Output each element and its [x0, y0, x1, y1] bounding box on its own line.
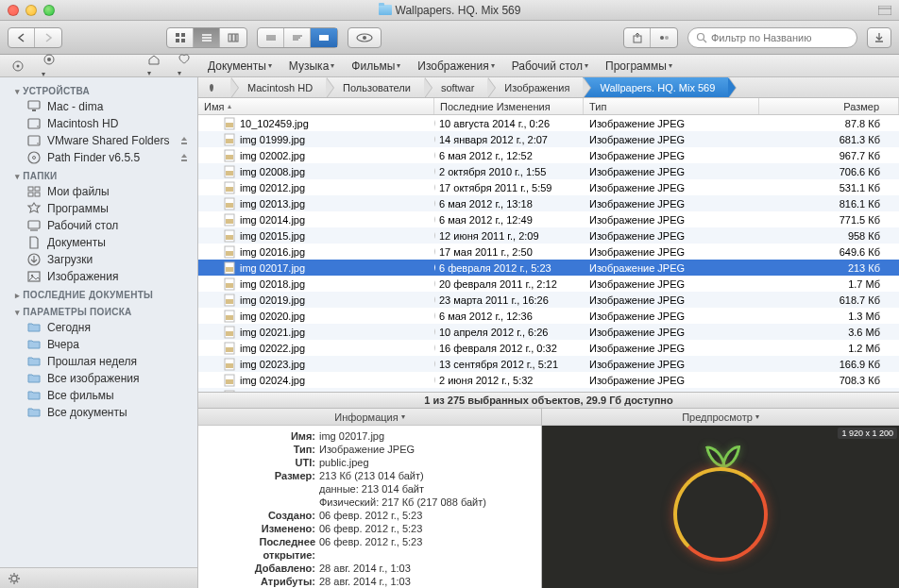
open-arrow-icon[interactable]: ➜	[434, 245, 435, 258]
file-row[interactable]: img 02021.jpg➜10 апреля 2012 г., 6:26Изо…	[198, 324, 899, 340]
info-pane-header[interactable]: Информация▾	[198, 409, 541, 426]
open-arrow-icon[interactable]: ➜	[434, 326, 435, 338]
share-button[interactable]	[624, 28, 651, 47]
toggle-toolbar-icon[interactable]	[878, 6, 891, 15]
tags-button[interactable]	[651, 28, 677, 47]
sidebar-item-Загрузки[interactable]: Загрузки	[0, 251, 197, 268]
open-arrow-icon[interactable]: ➜	[434, 229, 435, 242]
arrange-2-button[interactable]	[284, 28, 311, 47]
file-row[interactable]: img 02002.jpg➜6 мая 2012 г., 12:52Изобра…	[198, 147, 899, 163]
icon-view-button[interactable]	[167, 28, 194, 47]
menu-Рабочий стол[interactable]: Рабочий стол ▾	[512, 59, 588, 73]
open-arrow-icon[interactable]: ➜	[434, 197, 435, 210]
sidebar-item-Документы[interactable]: Документы	[0, 234, 197, 251]
sidebar-group-2[interactable]: ▸ ПОСЛЕДНИЕ ДОКУМЕНТЫ	[0, 285, 197, 302]
file-row[interactable]: img 01999.jpg➜14 января 2012 г., 2:07Изо…	[198, 131, 899, 147]
close-button[interactable]	[8, 5, 19, 16]
menu-Программы[interactable]: Программы ▾	[605, 59, 672, 73]
menu-Изображения[interactable]: Изображения ▾	[417, 59, 494, 73]
file-row[interactable]: img 02022.jpg➜16 февраля 2012 г., 0:32Из…	[198, 340, 899, 356]
open-arrow-icon[interactable]: ➜	[434, 117, 435, 129]
open-arrow-icon[interactable]: ➜	[434, 358, 435, 370]
view-options-icon[interactable]: ▾	[42, 53, 57, 79]
sidebar-group-3[interactable]: ▾ ПАРАМЕТРЫ ПОИСКА	[0, 302, 197, 319]
eject-icon[interactable]	[178, 152, 190, 163]
sidebar-item-Рабочий стол[interactable]: Рабочий стол	[0, 217, 197, 234]
open-arrow-icon[interactable]: ➜	[434, 213, 435, 226]
open-arrow-icon[interactable]: ➜	[434, 261, 435, 274]
file-row[interactable]: img 02024.jpg➜2 июня 2012 г., 5:32Изобра…	[198, 372, 899, 388]
home-icon[interactable]: ▾	[147, 54, 161, 78]
zoom-button[interactable]	[43, 5, 55, 16]
path-icon[interactable]	[11, 59, 25, 73]
sidebar-group-0[interactable]: ▾ УСТРОЙСТВА	[0, 81, 197, 98]
svg-rect-9	[229, 34, 231, 42]
col-type-header[interactable]: Тип	[584, 98, 759, 114]
favorite-icon[interactable]: ▾	[178, 54, 191, 78]
breadcrumb-2[interactable]: softwar	[424, 77, 487, 97]
col-size-header[interactable]: Размер	[759, 98, 899, 114]
sidebar-item-Вчера[interactable]: Вчера	[0, 336, 197, 353]
file-row[interactable]: img 02012.jpg➜17 октября 2011 г., 5:59Из…	[198, 179, 899, 195]
list-view-button[interactable]	[194, 28, 220, 47]
menu-Документы[interactable]: Документы ▾	[208, 59, 272, 73]
menu-Фильмы[interactable]: Фильмы ▾	[351, 59, 400, 73]
breadcrumb-0[interactable]: Macintosh HD	[230, 77, 326, 97]
quicklook-button[interactable]	[348, 27, 382, 48]
file-row[interactable]: img 02020.jpg➜6 мая 2012 г., 12:36Изобра…	[198, 308, 899, 324]
sidebar-item-VMware Shared Folders[interactable]: VMware Shared Folders	[0, 132, 197, 149]
apple-crumb[interactable]	[198, 77, 230, 97]
sidebar-group-1[interactable]: ▾ ПАПКИ	[0, 166, 197, 183]
open-arrow-icon[interactable]: ➜	[434, 133, 435, 145]
file-row[interactable]: img 02014.jpg➜6 мая 2012 г., 12:49Изобра…	[198, 211, 899, 227]
minimize-button[interactable]	[25, 5, 37, 16]
breadcrumb-3[interactable]: Изображения	[487, 77, 583, 97]
open-arrow-icon[interactable]: ➜	[434, 181, 435, 193]
download-button[interactable]	[867, 27, 891, 48]
desktop-icon	[26, 219, 42, 232]
menu-Музыка[interactable]: Музыка ▾	[289, 59, 334, 73]
forward-button[interactable]	[35, 28, 61, 47]
sidebar-item-Mac - dima[interactable]: Mac - dima	[0, 98, 197, 115]
sidebar-item-Path Finder v6.5.5[interactable]: Path Finder v6.5.5	[0, 149, 197, 166]
sidebar-item-Все документы[interactable]: Все документы	[0, 404, 197, 421]
file-row[interactable]: img 02017.jpg➜6 февраля 2012 г., 5:23Изо…	[198, 260, 899, 276]
gear-icon[interactable]	[8, 572, 21, 585]
arrange-3-button[interactable]	[311, 28, 337, 47]
open-arrow-icon[interactable]: ➜	[434, 342, 435, 354]
col-name-header[interactable]: Имя▴	[198, 98, 434, 114]
sidebar-item-Изображения[interactable]: Изображения	[0, 268, 197, 285]
sidebar-item-Мои файлы[interactable]: Мои файлы	[0, 183, 197, 200]
search-field[interactable]	[687, 27, 857, 48]
open-arrow-icon[interactable]: ➜	[434, 277, 435, 290]
breadcrumb-1[interactable]: Пользователи	[326, 77, 424, 97]
open-arrow-icon[interactable]: ➜	[434, 149, 435, 161]
file-row[interactable]: img 02023.jpg➜13 сентября 2012 г., 5:21И…	[198, 356, 899, 372]
sidebar-item-Macintosh HD[interactable]: Macintosh HD	[0, 115, 197, 132]
eject-icon[interactable]	[178, 135, 190, 146]
sidebar-item-Сегодня[interactable]: Сегодня	[0, 319, 197, 336]
preview-pane-header[interactable]: Предпросмотр▾	[542, 409, 899, 426]
sidebar-item-Все фильмы[interactable]: Все фильмы	[0, 387, 197, 404]
sidebar-item-Программы[interactable]: Программы	[0, 200, 197, 217]
file-list[interactable]: 10_102459.jpg➜10 августа 2014 г., 0:26Из…	[198, 115, 899, 392]
file-row[interactable]: img 02013.jpg➜6 мая 2012 г., 13:18Изобра…	[198, 195, 899, 211]
breadcrumb-4[interactable]: Wallpapers. HQ. Mix 569	[583, 77, 728, 97]
file-row[interactable]: img 02019.jpg➜23 марта 2011 г., 16:26Изо…	[198, 292, 899, 308]
arrange-1-button[interactable]	[258, 28, 284, 47]
file-row[interactable]: 10_102459.jpg➜10 августа 2014 г., 0:26Из…	[198, 115, 899, 131]
file-row[interactable]: img 02015.jpg➜12 июня 2011 г., 2:09Изобр…	[198, 227, 899, 244]
back-button[interactable]	[8, 28, 35, 47]
open-arrow-icon[interactable]: ➜	[434, 294, 435, 306]
column-view-button[interactable]	[220, 28, 246, 47]
sidebar-item-Все изображения[interactable]: Все изображения	[0, 370, 197, 387]
open-arrow-icon[interactable]: ➜	[434, 165, 435, 177]
file-row[interactable]: img 02018.jpg➜20 февраля 2011 г., 2:12Из…	[198, 276, 899, 292]
sidebar-item-Прошлая неделя[interactable]: Прошлая неделя	[0, 353, 197, 370]
file-row[interactable]: img 02008.jpg➜2 октября 2010 г., 1:55Изо…	[198, 163, 899, 179]
search-input[interactable]	[711, 32, 849, 43]
col-date-header[interactable]: Последние Изменения	[434, 98, 584, 114]
open-arrow-icon[interactable]: ➜	[434, 310, 435, 322]
open-arrow-icon[interactable]: ➜	[434, 374, 435, 386]
file-row[interactable]: img 02016.jpg➜17 мая 2011 г., 2:50Изобра…	[198, 244, 899, 260]
